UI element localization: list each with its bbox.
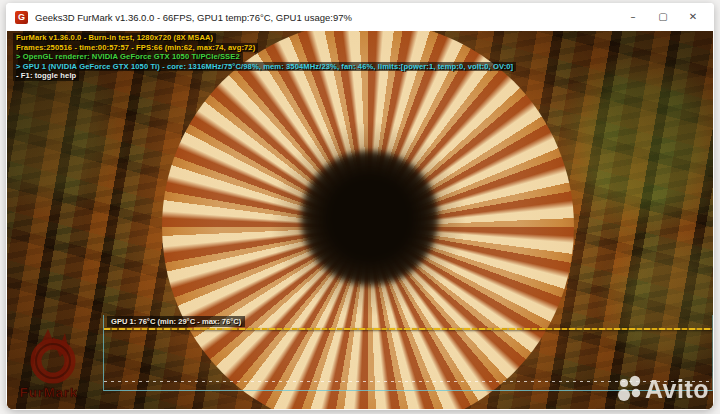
render-canvas: FurMark v1.36.0.0 - Burn-in test, 1280x7…	[7, 31, 713, 409]
osd-line-gpu-status: > GPU 1 (NVIDIA GeForce GTX 1050 Ti) - c…	[13, 62, 516, 72]
osd-line-help-hint: - F1: toggle help	[13, 71, 79, 81]
temp-plot-line	[104, 328, 712, 330]
avito-dots-icon	[617, 375, 643, 403]
osd-line-test-info: FurMark v1.36.0.0 - Burn-in test, 1280x7…	[13, 33, 216, 43]
furmark-logo-text: FurMark	[20, 385, 78, 400]
furmark-logo: FurMark	[10, 327, 100, 407]
osd-stats-overlay: FurMark v1.36.0.0 - Burn-in test, 1280x7…	[13, 33, 516, 81]
window-controls: – ▢ ✕	[618, 3, 708, 31]
furmark-app-icon: G	[15, 11, 28, 24]
furmark-logo-flame-donut-icon	[36, 329, 70, 378]
titlebar[interactable]: G Geeks3D FurMark v1.36.0.0 - 66FPS, GPU…	[6, 3, 714, 31]
window-title: Geeks3D FurMark v1.36.0.0 - 66FPS, GPU1 …	[35, 12, 352, 23]
close-button[interactable]: ✕	[678, 3, 708, 31]
minimize-button[interactable]: –	[618, 3, 648, 31]
gpu-temp-label: GPU 1: 76°C (min: 29°C - max: 76°C)	[107, 316, 245, 327]
avito-watermark-text: Avito	[645, 377, 709, 402]
avito-watermark: Avito	[617, 375, 709, 403]
osd-line-renderer: > OpenGL renderer: NVIDIA GeForce GTX 10…	[13, 52, 243, 62]
osd-line-frames-fps: Frames:250516 - time:00:57:57 - FPS:66 (…	[13, 43, 258, 53]
furmark-window: G Geeks3D FurMark v1.36.0.0 - 66FPS, GPU…	[6, 3, 714, 410]
eye-pupil	[301, 151, 439, 285]
maximize-button[interactable]: ▢	[648, 3, 678, 31]
